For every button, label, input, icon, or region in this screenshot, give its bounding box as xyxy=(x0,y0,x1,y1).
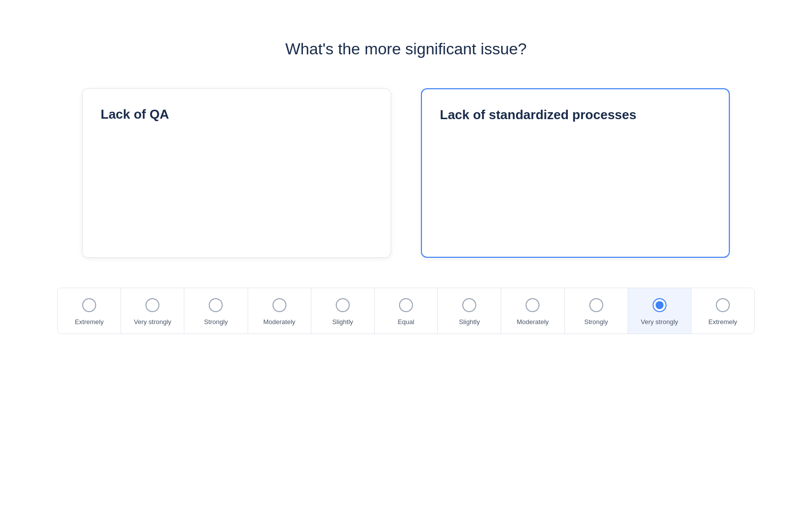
scale-item-4[interactable]: Slightly xyxy=(311,288,375,334)
card-left[interactable]: Lack of QA xyxy=(82,88,391,258)
scale-label-9: Very strongly xyxy=(641,318,678,326)
card-left-title: Lack of QA xyxy=(101,107,169,122)
radio-circle-5 xyxy=(399,298,413,312)
scale-item-8[interactable]: Strongly xyxy=(565,288,628,334)
scale-item-6[interactable]: Slightly xyxy=(438,288,501,334)
radio-circle-2 xyxy=(209,298,223,312)
radio-circle-4 xyxy=(336,298,350,312)
radio-circle-8 xyxy=(589,298,603,312)
radio-inner-9 xyxy=(656,301,664,309)
radio-circle-7 xyxy=(526,298,540,312)
scale-item-1[interactable]: Very strongly xyxy=(121,288,184,334)
radio-circle-9 xyxy=(653,298,667,312)
scale-item-0[interactable]: Extremely xyxy=(58,288,121,334)
scale-item-10[interactable]: Extremely xyxy=(691,288,754,334)
scale-label-10: Extremely xyxy=(708,318,737,326)
scale-label-7: Moderately xyxy=(517,318,548,326)
radio-circle-1 xyxy=(145,298,159,312)
scale-label-0: Extremely xyxy=(75,318,104,326)
radio-circle-10 xyxy=(716,298,730,312)
scale-label-2: Strongly xyxy=(204,318,228,326)
scale-label-3: Moderately xyxy=(264,318,295,326)
scale-item-5[interactable]: Equal xyxy=(375,288,438,334)
scale-label-1: Very strongly xyxy=(134,318,171,326)
radio-circle-3 xyxy=(272,298,286,312)
scale-container: ExtremelyVery stronglyStronglyModerately… xyxy=(57,288,755,334)
radio-circle-6 xyxy=(462,298,476,312)
scale-item-9[interactable]: Very strongly xyxy=(628,288,691,334)
scale-label-5: Equal xyxy=(398,318,414,326)
scale-item-7[interactable]: Moderately xyxy=(501,288,564,334)
scale-label-8: Strongly xyxy=(584,318,608,326)
scale-item-2[interactable]: Strongly xyxy=(184,288,248,334)
card-right-title: Lack of standardized processes xyxy=(440,107,636,122)
scale-label-6: Slightly xyxy=(459,318,480,326)
radio-circle-0 xyxy=(82,298,96,312)
scale-label-4: Slightly xyxy=(332,318,353,326)
scale-item-3[interactable]: Moderately xyxy=(248,288,311,334)
card-right[interactable]: Lack of standardized processes xyxy=(421,88,730,258)
page-title: What's the more significant issue? xyxy=(285,40,527,58)
cards-container: Lack of QA Lack of standardized processe… xyxy=(57,88,755,258)
